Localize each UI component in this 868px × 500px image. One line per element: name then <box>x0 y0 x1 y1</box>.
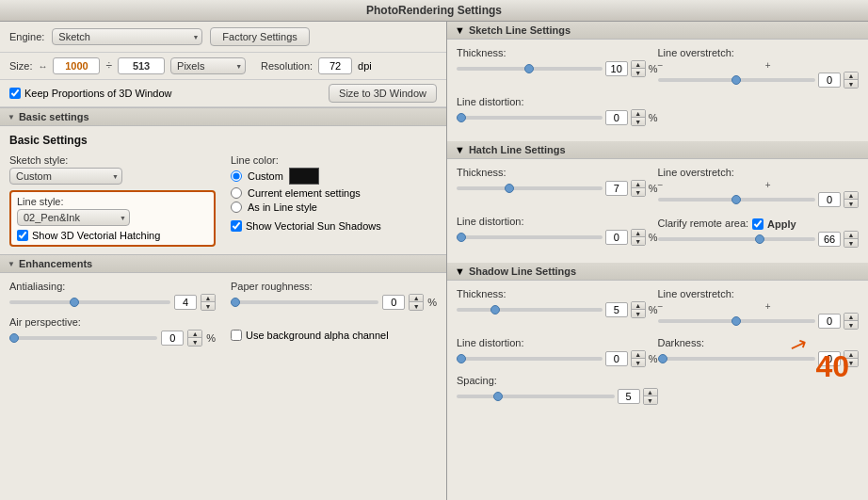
paper-roughness-spinner: ▲ ▼ <box>409 294 424 311</box>
clarify-slider[interactable] <box>658 237 816 241</box>
sketch-overstretch-down[interactable]: ▼ <box>844 80 858 88</box>
air-perspective-up[interactable]: ▲ <box>188 331 201 338</box>
antialiasing-slider[interactable] <box>9 300 170 304</box>
engine-select-wrapper[interactable]: Sketch <box>52 28 202 45</box>
size-arrows-icon: ↔ <box>38 61 47 72</box>
shadow-overstretch-slider[interactable] <box>658 319 816 323</box>
paper-roughness-slider[interactable] <box>231 300 378 304</box>
show-3d-hatching-checkbox[interactable] <box>17 230 28 241</box>
hatch-distortion-up[interactable]: ▲ <box>632 230 645 237</box>
size-label: Size: <box>9 60 32 72</box>
sketch-style-select[interactable]: Custom <box>9 168 122 185</box>
height-input[interactable]: 513 <box>118 57 165 74</box>
keep-proportions-checkbox[interactable] <box>9 88 21 99</box>
hatch-thickness-down[interactable]: ▼ <box>632 188 645 196</box>
shadow-thickness-up[interactable]: ▲ <box>632 302 645 310</box>
antialiasing-down[interactable]: ▼ <box>201 302 215 310</box>
shadow-distortion-down[interactable]: ▼ <box>632 359 645 366</box>
hatch-thickness-slider[interactable] <box>457 186 603 190</box>
hatch-distortion-value[interactable]: 0 <box>605 230 628 245</box>
clarify-down[interactable]: ▼ <box>844 239 858 247</box>
hatch-thickness-spinner: ▲ ▼ <box>631 180 646 197</box>
sketch-overstretch-up[interactable]: ▲ <box>844 73 858 80</box>
hatch-overstretch-slider[interactable] <box>658 198 816 202</box>
color-swatch[interactable] <box>289 168 319 185</box>
shadow-line-header[interactable]: ▼ Shadow Line Settings <box>447 263 868 281</box>
apply-checkbox[interactable] <box>752 218 764 230</box>
hatch-thickness-value[interactable]: 7 <box>605 181 628 196</box>
hatch-overstretch-value[interactable]: 0 <box>818 192 841 207</box>
paper-roughness-up[interactable]: ▲ <box>410 295 423 302</box>
antialiasing-up[interactable]: ▲ <box>201 295 215 302</box>
shadow-distortion-slider[interactable] <box>457 357 603 361</box>
air-perspective-slider[interactable] <box>9 336 157 340</box>
line-style-select[interactable]: 02_Pen&Ink <box>17 209 130 226</box>
sketch-line-header[interactable]: ▼ Sketch Line Settings <box>447 22 868 40</box>
sketch-overstretch-value[interactable]: 0 <box>818 73 841 88</box>
paper-roughness-value[interactable]: 0 <box>382 295 405 310</box>
radio-current-element[interactable] <box>231 187 242 199</box>
sketch-overstretch-slider[interactable] <box>658 78 816 82</box>
hatch-overstretch-down[interactable]: ▼ <box>844 200 858 207</box>
shadow-thickness-value[interactable]: 5 <box>605 302 628 317</box>
shadow-thickness-down[interactable]: ▼ <box>632 310 645 317</box>
sketch-distortion-label: Line distortion: <box>457 96 658 107</box>
shadow-distortion-up[interactable]: ▲ <box>632 351 645 359</box>
sketch-style-label: Sketch style: <box>9 154 216 166</box>
clarify-value[interactable]: 66 <box>818 232 841 247</box>
size-to-3d-button[interactable]: Size to 3D Window <box>329 84 437 103</box>
sketch-thickness-up[interactable]: ▲ <box>632 61 645 69</box>
hatch-thickness-up[interactable]: ▲ <box>632 181 645 188</box>
sketch-distortion-col: Line distortion: 0 ▲ ▼ % <box>457 96 658 126</box>
pixels-select-wrapper[interactable]: Pixels <box>170 57 246 74</box>
sketch-line-header-label: Sketch Line Settings <box>469 24 571 36</box>
radio-as-in-line[interactable] <box>231 202 242 213</box>
hatch-distortion-down[interactable]: ▼ <box>632 237 645 245</box>
hatch-overstretch-minmax: − + <box>658 180 771 190</box>
spacing-up[interactable]: ▲ <box>644 389 657 396</box>
basic-settings-header[interactable]: ▼ Basic settings <box>0 107 446 126</box>
sketch-style-wrapper[interactable]: Custom <box>9 168 122 185</box>
pixels-select[interactable]: Pixels <box>170 57 246 74</box>
paper-roughness-down[interactable]: ▼ <box>410 302 423 310</box>
shadow-overstretch-value[interactable]: 0 <box>818 314 841 329</box>
sketch-overstretch-col: Line overstretch: − + 0 ▲ ▼ <box>658 47 860 89</box>
shadow-overstretch-slider-row: 0 ▲ ▼ <box>658 313 860 330</box>
sketch-thickness-spinner: ▲ ▼ <box>631 60 646 77</box>
line-style-wrapper[interactable]: 02_Pen&Ink <box>17 209 130 226</box>
factory-settings-button[interactable]: Factory Settings <box>210 27 309 46</box>
spacing-down[interactable]: ▼ <box>644 396 657 404</box>
darkness-slider[interactable] <box>658 357 816 361</box>
shadow-distortion-value[interactable]: 0 <box>605 351 628 366</box>
hatch-line-header[interactable]: ▼ Hatch Line Settings <box>447 141 868 159</box>
shadow-overstretch-up[interactable]: ▲ <box>844 314 858 321</box>
hatch-distortion-slider[interactable] <box>457 235 603 239</box>
radio-custom[interactable] <box>231 170 242 182</box>
bg-alpha-checkbox[interactable] <box>231 330 242 341</box>
spacing-value[interactable]: 5 <box>618 389 640 404</box>
engine-select[interactable]: Sketch <box>52 28 202 45</box>
sketch-thickness-value[interactable]: 10 <box>605 61 628 76</box>
spacing-slider[interactable] <box>457 395 615 398</box>
sketch-distortion-down[interactable]: ▼ <box>632 118 645 125</box>
sketch-distortion-value[interactable]: 0 <box>605 110 628 125</box>
basic-right-col: Line color: Custom Current element setti… <box>231 154 437 247</box>
air-perspective-value[interactable]: 0 <box>161 331 184 346</box>
clarify-up[interactable]: ▲ <box>844 232 858 239</box>
enhancements-header[interactable]: ▼ Enhancements <box>0 254 446 273</box>
air-perspective-down[interactable]: ▼ <box>188 338 201 346</box>
width-input[interactable]: 1000 <box>53 57 100 74</box>
antialiasing-value[interactable]: 4 <box>174 295 197 310</box>
sketch-thickness-slider[interactable] <box>457 67 603 71</box>
sketch-distortion-up[interactable]: ▲ <box>632 110 645 118</box>
hatch-overstretch-up[interactable]: ▲ <box>844 192 858 200</box>
resolution-input[interactable]: 72 <box>318 57 352 74</box>
sketch-distortion-slider[interactable] <box>457 116 603 120</box>
show-3d-hatching-label: Show 3D Vectorial Hatching <box>32 230 160 241</box>
shadow-thickness-slider[interactable] <box>457 308 603 312</box>
show-sun-shadows-checkbox[interactable] <box>231 220 242 232</box>
shadow-overstretch-down[interactable]: ▼ <box>844 321 858 329</box>
sketch-thickness-down[interactable]: ▼ <box>632 69 645 76</box>
basic-settings-title: Basic Settings <box>9 134 437 147</box>
air-perspective-label: Air perspective: <box>9 316 216 328</box>
